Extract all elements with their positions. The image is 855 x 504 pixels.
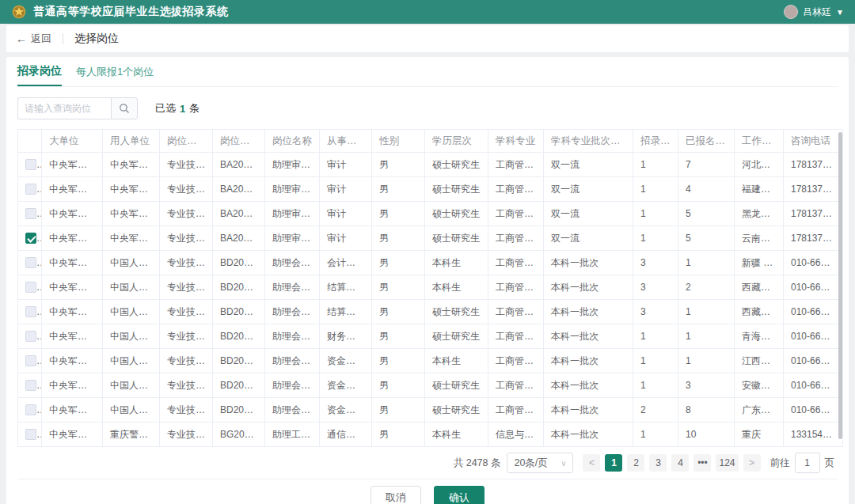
table-cell: 中国人民解放... <box>103 251 160 275</box>
table-cell: 男 <box>372 275 425 300</box>
row-checkbox[interactable] <box>25 257 36 268</box>
table-cell: 工商管理类 <box>488 349 544 373</box>
column-header: 岗位名称 <box>265 130 320 153</box>
page-button[interactable]: 2 <box>627 454 644 472</box>
row-checkbox[interactable] <box>25 159 36 170</box>
row-checkbox[interactable] <box>25 282 36 293</box>
table-cell: 男 <box>372 177 425 202</box>
page-button[interactable]: 3 <box>649 454 667 472</box>
cancel-button[interactable]: 取消 <box>370 486 421 504</box>
chevron-down-icon: ▼ <box>836 8 844 17</box>
row-checkbox[interactable] <box>25 233 36 244</box>
table-cell: 中央军委办公厅 <box>42 226 103 251</box>
page-size-select[interactable]: 20条/页 ∨ <box>507 453 573 473</box>
row-checkbox[interactable] <box>25 404 36 415</box>
table-cell: 专业技术军官 <box>160 177 213 202</box>
table-cell: 中国人民解放... <box>103 373 160 398</box>
table-cell: 资金收付管理 <box>320 373 372 398</box>
column-header: 大单位 <box>42 130 103 153</box>
page-button[interactable]: 4 <box>671 454 689 472</box>
page-button[interactable]: 124 <box>716 454 738 472</box>
row-checkbox[interactable] <box>25 208 36 219</box>
row-checkbox[interactable] <box>25 331 36 342</box>
table-cell: 资金清算和资... <box>320 398 372 423</box>
table-cell: 3 <box>633 275 678 300</box>
table-cell: 审计 <box>320 177 372 202</box>
avatar[interactable] <box>784 5 798 19</box>
search-input[interactable] <box>17 97 111 119</box>
table-row: 中央军委后勤保...中国人民解放...专业技术军官BD20220001助理会计师… <box>18 373 843 398</box>
table-cell: 专业技术军官 <box>160 251 213 275</box>
table-row: 中央军委办公厅中央军委审计...专业技术军官BA20220004助理审计师审计男… <box>18 153 843 177</box>
tab-recruit-posts[interactable]: 招录岗位 <box>17 64 62 86</box>
next-page-button[interactable]: > <box>743 454 761 472</box>
table-row: 中央军委后勤保...中国人民解放...专业技术军官BD20220004助理会计师… <box>18 324 843 349</box>
table-cell: 本科生 <box>425 251 488 275</box>
table-cell: 010-66889130 ... <box>784 324 843 349</box>
table-cell: 男 <box>372 153 425 177</box>
table-cell: 中国人民解放... <box>103 300 160 324</box>
table-cell: 助理审计师 <box>265 153 320 177</box>
table-cell: 1 <box>678 251 735 275</box>
table-cell: BG20220003 <box>213 423 265 447</box>
table-cell: 助理会计师 <box>265 251 320 275</box>
table-cell: 中国人民解放... <box>103 324 160 349</box>
column-header: 咨询电话 <box>784 130 843 153</box>
table-cell: 结算审核、资... <box>320 275 372 300</box>
table-cell: 助理会计师 <box>265 300 320 324</box>
table-cell: 审计 <box>320 202 372 226</box>
row-checkbox[interactable] <box>25 355 36 366</box>
chevron-down-icon: ∨ <box>560 459 566 468</box>
table-cell: 4 <box>678 177 735 202</box>
goto-suffix: 页 <box>825 457 835 470</box>
table-cell: 7 <box>678 153 735 177</box>
table-cell: 中国人民解放... <box>103 398 160 423</box>
confirm-button[interactable]: 确认 <box>434 486 484 504</box>
column-header: 学科专业批次要求 <box>544 130 633 153</box>
select-column-header <box>18 130 42 153</box>
table-cell: 助理会计师 <box>265 349 320 373</box>
prev-page-button[interactable]: < <box>583 454 600 472</box>
row-checkbox[interactable] <box>25 429 36 440</box>
table-cell: 10 <box>678 423 735 447</box>
table-row: 中央军委后勤保...中国人民解放...专业技术军官BD20220008助理会计师… <box>18 300 843 324</box>
app-header: 普通高等学校应届毕业生选拔招录系统 吕林廷 ▼ <box>0 0 855 24</box>
table-cell: 专业技术军官 <box>160 423 213 447</box>
table-cell: 中央军委后勤保... <box>42 398 103 423</box>
row-checkbox[interactable] <box>25 184 36 195</box>
search-button[interactable] <box>111 97 138 119</box>
user-menu[interactable]: 吕林廷 ▼ <box>784 5 844 19</box>
back-button[interactable]: ← 返回 <box>16 32 51 46</box>
table-cell: 工商管理（审... <box>488 153 544 177</box>
table-cell: BA20220001 <box>213 177 265 202</box>
goto-page-input[interactable] <box>795 453 820 473</box>
page-button[interactable]: 1 <box>605 454 622 472</box>
table-cell: 中央军委审计... <box>103 153 160 177</box>
military-emblem-icon <box>11 4 27 20</box>
toolbar: ← 返回 选择岗位 <box>6 25 849 52</box>
column-header: 岗位类别 <box>160 130 213 153</box>
row-checkbox[interactable] <box>25 306 36 317</box>
table-cell: 13315408873 <box>784 423 843 447</box>
table-cell: 助理会计师 <box>265 275 320 300</box>
table-cell: BD20220006 <box>213 251 265 275</box>
vertical-scrollbar[interactable] <box>838 132 842 439</box>
table-cell: 硕士研究生 <box>425 177 488 202</box>
table-cell: 本科生 <box>425 275 488 300</box>
table-row: 中央军委国防动...重庆警备区某室专业技术军官BG20220003助理工程师通信… <box>18 423 843 447</box>
table-cell: 工商管理（审... <box>488 202 544 226</box>
table-cell: 8 <box>678 398 735 423</box>
table-cell: 5 <box>678 202 735 226</box>
table-cell: 审计 <box>320 153 372 177</box>
table-cell: BD20220008 <box>213 300 265 324</box>
row-checkbox[interactable] <box>25 380 36 391</box>
selected-suffix: 条 <box>189 101 200 116</box>
table-cell: 信息与通信工程 <box>488 423 544 447</box>
table-cell: 硕士研究生 <box>425 398 488 423</box>
table-cell: 江西南昌 <box>735 349 784 373</box>
table-cell: 双一流 <box>544 226 633 251</box>
table-cell: 工商管理、应... <box>488 324 544 349</box>
more-pages-button[interactable]: ••• <box>694 454 711 472</box>
select-cell <box>18 251 42 275</box>
table-cell: 本科一批次 <box>544 324 633 349</box>
